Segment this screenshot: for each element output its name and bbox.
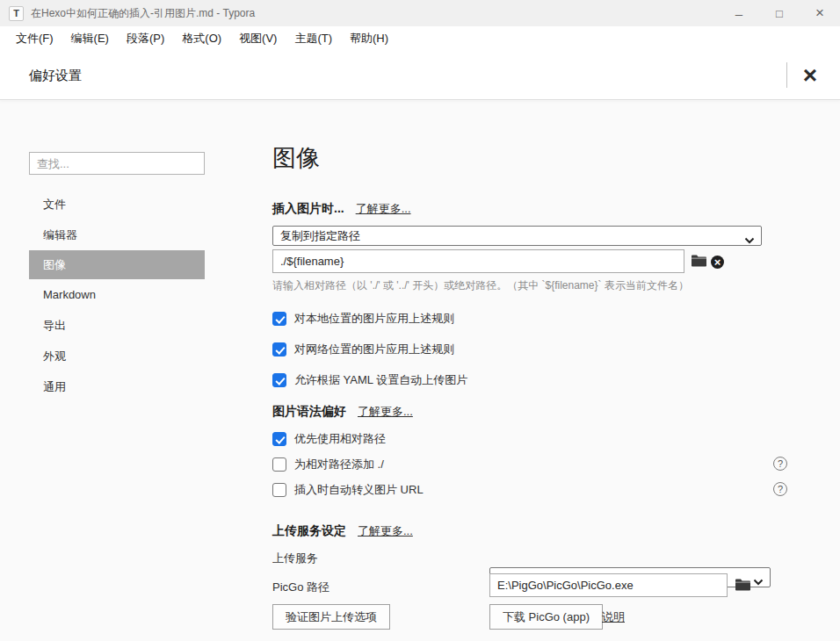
menu-theme[interactable]: 主题(T) (286, 28, 341, 49)
upload-learn-more-link[interactable]: 了解更多... (358, 523, 413, 539)
picgo-path-input[interactable]: E:\PigGo\PicGo\PicGo.exe (489, 573, 728, 597)
sidebar-item-markdown[interactable]: Markdown (29, 279, 205, 310)
escape-url-row: 插入时自动转义图片 URL (272, 482, 424, 498)
header-divider (786, 62, 787, 88)
prefer-relative-path-checkbox[interactable] (272, 432, 286, 446)
image-syntax-section-label: 图片语法偏好 (272, 404, 346, 420)
menu-format[interactable]: 格式(O) (173, 28, 230, 49)
escape-url-label: 插入时自动转义图片 URL (294, 482, 424, 498)
sidebar-nav: 文件 编辑器 图像 Markdown 导出 外观 通用 (29, 189, 205, 402)
browse-folder-icon[interactable] (692, 255, 706, 267)
menu-help[interactable]: 帮助(H) (341, 28, 397, 49)
yaml-upload-row: 允许根据 YAML 设置自动上传图片 (272, 372, 467, 388)
menubar: 文件(F) 编辑(E) 段落(P) 格式(O) 视图(V) 主题(T) 帮助(H… (0, 26, 840, 51)
picgo-path-input-value: E:\PigGo\PicGo\PicGo.exe (497, 579, 634, 592)
minimize-icon[interactable] (719, 0, 759, 26)
chevron-down-icon (753, 575, 764, 588)
picgo-path-label: PicGo 路径 (272, 580, 329, 595)
apply-web-images-row: 对网络位置的图片应用上述规则 (272, 342, 454, 357)
close-preferences-icon[interactable] (796, 61, 824, 90)
image-action-select[interactable]: 复制到指定路径 (272, 226, 762, 246)
upload-service-section-label: 上传服务设定 (272, 523, 346, 539)
sidebar-item-file[interactable]: 文件 (29, 189, 205, 220)
window-title: 在Hexo中如何正确的插入-引用图片.md - Typora (31, 6, 255, 21)
menu-paragraph[interactable]: 段落(P) (118, 28, 173, 49)
search-input[interactable] (29, 152, 205, 175)
apply-local-images-checkbox[interactable] (272, 312, 286, 326)
insert-image-section-header: 插入图片时... 了解更多... (272, 201, 411, 217)
yaml-upload-label: 允许根据 YAML 设置自动上传图片 (294, 372, 467, 388)
menu-file[interactable]: 文件(F) (7, 28, 62, 49)
picgo-docs-link[interactable]: 说明 (602, 609, 625, 625)
maximize-icon[interactable] (759, 0, 800, 26)
page-title: 图像 (272, 142, 320, 174)
apply-web-images-checkbox[interactable] (272, 342, 286, 357)
yaml-upload-checkbox[interactable] (272, 373, 286, 387)
image-settings-panel: 图像 插入图片时... 了解更多... 复制到指定路径 ./${filename… (272, 100, 808, 641)
chevron-down-icon (744, 234, 755, 247)
preferences-content: 文件 编辑器 图像 Markdown 导出 外观 通用 图像 插入图片时... … (0, 100, 840, 641)
add-dot-slash-checkbox[interactable] (272, 457, 286, 472)
insert-image-section-label: 插入图片时... (272, 201, 344, 217)
apply-web-images-label: 对网络位置的图片应用上述规则 (294, 342, 454, 357)
syntax-learn-more-link[interactable]: 了解更多... (358, 404, 413, 420)
prefer-relative-path-row: 优先使用相对路径 (272, 431, 386, 447)
image-syntax-section-header: 图片语法偏好 了解更多... (272, 404, 413, 420)
escape-url-checkbox[interactable] (272, 483, 286, 497)
sidebar-item-export[interactable]: 导出 (29, 310, 205, 341)
sidebar-item-image[interactable]: 图像 (29, 250, 205, 279)
preferences-title: 偏好设置 (29, 67, 82, 83)
add-dot-slash-help-icon[interactable] (773, 457, 787, 471)
picgo-browse-folder-icon[interactable] (735, 579, 750, 591)
preferences-header: 偏好设置 (0, 51, 840, 99)
menu-edit[interactable]: 编辑(E) (62, 28, 118, 49)
upload-service-label: 上传服务 (272, 551, 318, 566)
path-hint-text: 请输入相对路径（以 './' 或 '../' 开头）或绝对路径。（其中 `${f… (272, 278, 689, 293)
sidebar-item-editor[interactable]: 编辑器 (29, 220, 205, 250)
prefer-relative-path-label: 优先使用相对路径 (294, 431, 386, 447)
sidebar-item-general[interactable]: 通用 (29, 371, 205, 402)
apply-local-images-row: 对本地位置的图片应用上述规则 (272, 311, 454, 327)
image-action-select-value: 复制到指定路径 (280, 228, 360, 244)
escape-url-help-icon[interactable] (773, 482, 787, 496)
copy-path-input[interactable]: ./${filename} (272, 249, 684, 273)
apply-local-images-label: 对本地位置的图片应用上述规则 (294, 311, 454, 327)
upload-service-section-header: 上传服务设定 了解更多... (272, 523, 413, 539)
validate-upload-button[interactable]: 验证图片上传选项 (272, 604, 390, 630)
add-dot-slash-row: 为相对路径添加 ./ (272, 457, 384, 472)
menu-view[interactable]: 视图(V) (230, 28, 286, 49)
app-logo-icon: T (9, 6, 24, 21)
sidebar-item-appearance[interactable]: 外观 (29, 341, 205, 371)
download-picgo-button[interactable]: 下载 PicGo (app) (489, 604, 603, 630)
insert-learn-more-link[interactable]: 了解更多... (356, 201, 411, 217)
header-bottom-divider (0, 99, 840, 100)
window-controls (719, 0, 840, 26)
close-window-icon[interactable] (800, 0, 840, 26)
titlebar: T 在Hexo中如何正确的插入-引用图片.md - Typora (0, 0, 840, 26)
copy-path-input-value: ./${filename} (280, 255, 344, 268)
clear-path-icon[interactable] (711, 256, 724, 269)
sidebar: 文件 编辑器 图像 Markdown 导出 外观 通用 (0, 100, 205, 641)
add-dot-slash-label: 为相对路径添加 ./ (294, 457, 384, 472)
